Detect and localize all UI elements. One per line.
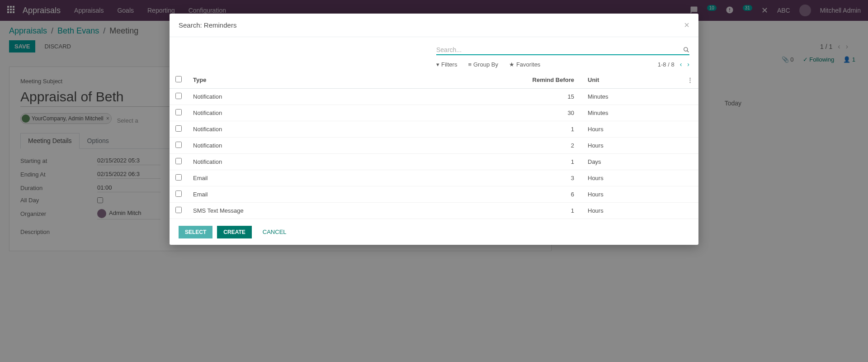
table-row[interactable]: Notification1Hours — [170, 121, 698, 138]
col-remind[interactable]: Remind Before — [519, 71, 582, 89]
table-row[interactable]: Notification1Days — [170, 154, 698, 170]
cell-unit: Days — [582, 154, 682, 170]
cell-unit: Minutes — [582, 105, 682, 121]
cancel-button[interactable]: CANCEL — [256, 225, 293, 238]
select-button[interactable]: SELECT — [179, 226, 212, 238]
search-input[interactable] — [436, 46, 683, 53]
row-checkbox[interactable] — [175, 142, 182, 148]
create-button[interactable]: CREATE — [217, 226, 251, 238]
row-checkbox[interactable] — [175, 174, 182, 181]
modal-pager-prev-icon[interactable]: ‹ — [680, 61, 682, 68]
table-row[interactable]: Notification15Minutes — [170, 89, 698, 105]
cell-type: Email — [188, 170, 519, 186]
filters-button[interactable]: ▾ Filters — [436, 61, 457, 68]
cell-remind: 30 — [519, 105, 582, 121]
cell-remind: 3 — [519, 170, 582, 186]
table-row[interactable]: Notification2Hours — [170, 138, 698, 154]
table-options-icon[interactable]: ⋮ — [682, 71, 698, 89]
cell-type: Notification — [188, 89, 519, 105]
cell-remind: 1 — [519, 154, 582, 170]
cell-type: Notification — [188, 105, 519, 121]
modal-pager-next-icon[interactable]: › — [687, 61, 689, 68]
row-checkbox[interactable] — [175, 207, 182, 213]
cell-type: Email — [188, 186, 519, 203]
cell-remind: 1 — [519, 203, 582, 219]
row-checkbox[interactable] — [175, 158, 182, 164]
filter-icon: ▾ — [436, 61, 439, 68]
cell-type: Notification — [188, 138, 519, 154]
cell-remind: 1 — [519, 121, 582, 138]
row-checkbox[interactable] — [175, 191, 182, 197]
cell-type: Notification — [188, 121, 519, 138]
reminders-table: Type Remind Before Unit ⋮ Notification15… — [170, 71, 698, 219]
cell-remind: 6 — [519, 186, 582, 203]
cell-unit: Hours — [582, 203, 682, 219]
groupby-button[interactable]: ≡ Group By — [468, 61, 498, 68]
select-all-checkbox[interactable] — [175, 76, 182, 82]
svg-point-0 — [684, 48, 688, 51]
modal-close-button[interactable]: × — [684, 20, 689, 30]
cell-unit: Hours — [582, 186, 682, 203]
row-checkbox[interactable] — [175, 93, 182, 99]
col-type[interactable]: Type — [188, 71, 519, 89]
col-unit[interactable]: Unit — [582, 71, 682, 89]
svg-line-1 — [687, 51, 689, 52]
cell-unit: Hours — [582, 121, 682, 138]
modal-title: Search: Reminders — [179, 21, 236, 29]
cell-unit: Minutes — [582, 89, 682, 105]
cell-unit: Hours — [582, 170, 682, 186]
search-icon[interactable] — [683, 47, 689, 53]
table-row[interactable]: Email3Hours — [170, 170, 698, 186]
favorites-button[interactable]: ★ Favorites — [509, 61, 540, 68]
list-icon: ≡ — [468, 61, 472, 68]
cell-remind: 15 — [519, 89, 582, 105]
row-checkbox[interactable] — [175, 125, 182, 132]
modal-pager-text: 1-8 / 8 — [658, 61, 675, 68]
cell-type: Notification — [188, 154, 519, 170]
search-reminders-modal: Search: Reminders × ▾ Filters ≡ Group By — [170, 14, 698, 245]
cell-unit: Hours — [582, 138, 682, 154]
table-row[interactable]: SMS Text Message1Hours — [170, 203, 698, 219]
cell-type: SMS Text Message — [188, 203, 519, 219]
cell-remind: 2 — [519, 138, 582, 154]
star-icon: ★ — [509, 61, 514, 68]
table-row[interactable]: Email6Hours — [170, 186, 698, 203]
row-checkbox[interactable] — [175, 109, 182, 115]
table-row[interactable]: Notification30Minutes — [170, 105, 698, 121]
